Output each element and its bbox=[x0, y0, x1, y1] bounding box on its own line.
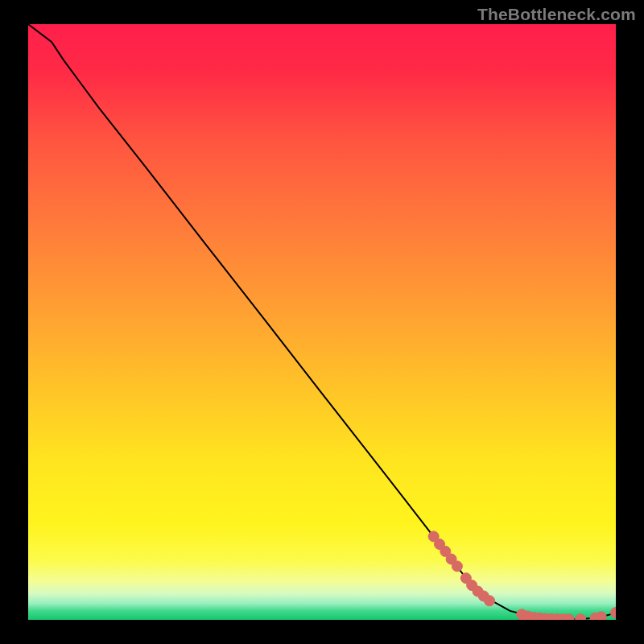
overlay-svg bbox=[28, 24, 616, 620]
chart-stage: TheBottleneck.com bbox=[0, 0, 644, 644]
data-marker bbox=[576, 614, 586, 620]
marker-group bbox=[428, 531, 616, 620]
data-marker bbox=[596, 612, 606, 620]
data-marker bbox=[485, 596, 495, 606]
data-marker bbox=[611, 608, 617, 618]
bottleneck-curve bbox=[28, 24, 616, 619]
plot-area bbox=[28, 24, 616, 620]
watermark-text: TheBottleneck.com bbox=[477, 5, 636, 24]
data-marker bbox=[452, 561, 462, 572]
